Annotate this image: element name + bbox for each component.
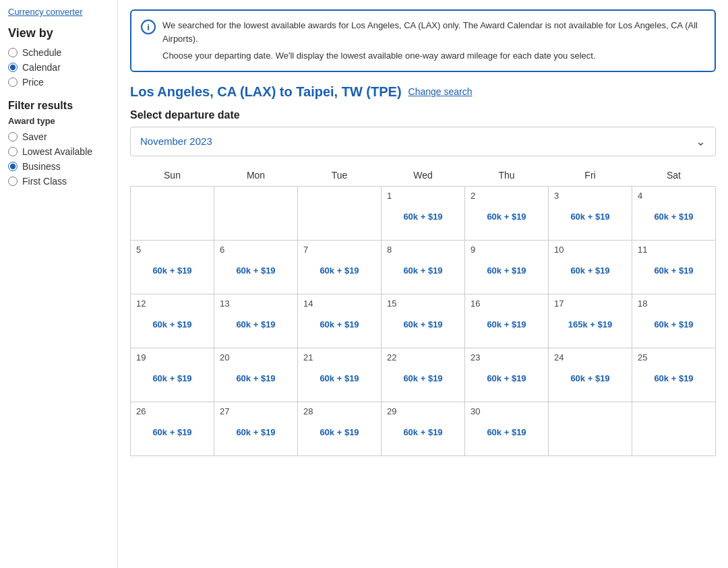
day-number: 3 xyxy=(554,191,626,201)
calendar-week-1: 160k + $19260k + $19360k + $19460k + $19 xyxy=(131,186,716,240)
first-class-radio[interactable] xyxy=(8,177,18,186)
calendar-cell[interactable]: 2960k + $19 xyxy=(382,402,465,455)
calendar-cell[interactable]: 2060k + $19 xyxy=(214,348,298,402)
price-value: 60k + $19 xyxy=(220,373,292,383)
calendar-week-3: 1260k + $191360k + $191460k + $191560k +… xyxy=(131,294,716,348)
saver-radio[interactable] xyxy=(8,132,18,141)
day-number: 4 xyxy=(638,191,710,201)
view-by-calendar[interactable]: Calendar xyxy=(8,62,109,73)
price-value: 60k + $19 xyxy=(303,265,375,276)
price-value: 60k + $19 xyxy=(303,427,375,437)
saver-label: Saver xyxy=(22,131,47,142)
first-class-label: First Class xyxy=(22,176,67,187)
calendar-cell[interactable]: 760k + $19 xyxy=(298,240,382,294)
info-line2: Choose your departing date. We'll displa… xyxy=(162,49,705,63)
price-label: Price xyxy=(22,77,44,88)
day-number: 22 xyxy=(387,352,459,362)
calendar-cell[interactable]: 260k + $19 xyxy=(465,186,549,240)
info-banner: i We searched for the lowest available a… xyxy=(130,9,716,72)
calendar-cell[interactable]: 1260k + $19 xyxy=(131,294,214,348)
price-value: 60k + $19 xyxy=(303,373,375,383)
info-text: We searched for the lowest available awa… xyxy=(162,19,705,63)
calendar-cell[interactable]: 2560k + $19 xyxy=(632,348,716,402)
calendar-cell[interactable]: 2360k + $19 xyxy=(465,348,549,402)
price-value: 60k + $19 xyxy=(638,265,710,276)
day-number: 18 xyxy=(638,298,710,309)
change-search-link[interactable]: Change search xyxy=(408,86,473,97)
calendar-label: Calendar xyxy=(22,62,61,73)
calendar-cell[interactable]: 1360k + $19 xyxy=(214,294,298,348)
day-number: 20 xyxy=(220,352,292,362)
calendar-cell[interactable]: 960k + $19 xyxy=(465,240,549,294)
award-first-class[interactable]: First Class xyxy=(8,176,109,187)
day-number: 2 xyxy=(471,191,543,201)
route-heading: Los Angeles, CA (LAX) to Taipei, TW (TPE… xyxy=(130,84,716,100)
award-lowest[interactable]: Lowest Available xyxy=(8,146,109,157)
day-number: 17 xyxy=(554,298,626,309)
info-icon: i xyxy=(141,20,156,34)
view-by-price[interactable]: Price xyxy=(8,77,109,88)
calendar-cell[interactable]: 1860k + $19 xyxy=(632,294,716,348)
calendar-cell[interactable]: 2660k + $19 xyxy=(131,402,214,455)
chevron-down-icon: ⌄ xyxy=(696,134,706,149)
calendar-cell[interactable]: 2860k + $19 xyxy=(298,402,382,455)
day-number: 11 xyxy=(638,245,710,255)
day-number: 8 xyxy=(387,245,459,255)
view-by-schedule[interactable]: Schedule xyxy=(8,47,109,58)
day-number: 21 xyxy=(303,352,375,362)
calendar-week-4: 1960k + $192060k + $192160k + $192260k +… xyxy=(131,348,716,402)
currency-converter-link[interactable]: Currency converter xyxy=(8,7,109,17)
business-radio[interactable] xyxy=(8,162,18,171)
calendar-cell xyxy=(214,186,298,240)
filter-results-title: Filter results xyxy=(8,100,109,112)
schedule-radio[interactable] xyxy=(8,48,18,57)
calendar-cell[interactable]: 560k + $19 xyxy=(131,240,214,294)
day-number: 25 xyxy=(638,352,710,362)
price-value: 60k + $19 xyxy=(471,319,543,329)
calendar-table: Sun Mon Tue Wed Thu Fri Sat 160k + $1926… xyxy=(130,166,716,456)
select-date-label: Select departure date xyxy=(130,109,716,121)
price-value: 60k + $19 xyxy=(387,373,459,383)
calendar-cell[interactable]: 1960k + $19 xyxy=(131,348,214,402)
view-by-options: Schedule Calendar Price xyxy=(8,47,109,88)
month-selector[interactable]: November 2023 ⌄ xyxy=(130,127,716,156)
calendar-cell[interactable]: 3060k + $19 xyxy=(465,402,549,455)
calendar-cell xyxy=(549,402,632,455)
price-value: 60k + $19 xyxy=(136,427,208,437)
calendar-cell[interactable]: 1660k + $19 xyxy=(465,294,549,348)
calendar-cell[interactable]: 1560k + $19 xyxy=(382,294,465,348)
info-line1: We searched for the lowest available awa… xyxy=(162,19,705,45)
price-radio[interactable] xyxy=(8,77,18,87)
calendar-cell xyxy=(131,186,214,240)
calendar-radio[interactable] xyxy=(8,63,18,72)
calendar-cell[interactable]: 360k + $19 xyxy=(549,186,632,240)
calendar-header-row: Sun Mon Tue Wed Thu Fri Sat xyxy=(131,166,716,187)
calendar-cell[interactable]: 1160k + $19 xyxy=(632,240,716,294)
calendar-week-5: 2660k + $192760k + $192860k + $192960k +… xyxy=(131,402,716,455)
award-saver[interactable]: Saver xyxy=(8,131,109,142)
calendar-cell[interactable]: 460k + $19 xyxy=(632,186,716,240)
day-number: 28 xyxy=(303,406,375,416)
day-number: 24 xyxy=(554,352,626,362)
calendar-cell[interactable]: 17165k + $19 xyxy=(549,294,632,348)
lowest-radio[interactable] xyxy=(8,147,18,156)
header-tue: Tue xyxy=(298,166,382,187)
price-value: 60k + $19 xyxy=(471,373,543,383)
header-sun: Sun xyxy=(131,166,214,187)
calendar-cell[interactable]: 2760k + $19 xyxy=(214,402,298,455)
calendar-cell[interactable]: 160k + $19 xyxy=(382,186,465,240)
day-number: 5 xyxy=(136,245,208,255)
day-number: 6 xyxy=(220,245,292,255)
price-value: 60k + $19 xyxy=(638,373,710,383)
calendar-cell[interactable]: 660k + $19 xyxy=(214,240,298,294)
calendar-cell[interactable]: 1060k + $19 xyxy=(549,240,632,294)
award-business[interactable]: Business xyxy=(8,161,109,172)
calendar-cell[interactable]: 2260k + $19 xyxy=(382,348,465,402)
day-number: 23 xyxy=(471,352,543,362)
calendar-cell[interactable]: 2160k + $19 xyxy=(298,348,382,402)
calendar-cell[interactable]: 860k + $19 xyxy=(382,240,465,294)
calendar-cell[interactable]: 2460k + $19 xyxy=(549,348,632,402)
price-value: 60k + $19 xyxy=(136,319,208,329)
calendar-cell[interactable]: 1460k + $19 xyxy=(298,294,382,348)
header-wed: Wed xyxy=(382,166,465,187)
